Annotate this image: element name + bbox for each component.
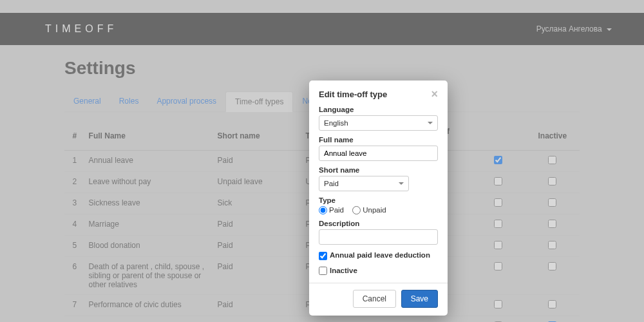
label-type: Type (319, 196, 438, 204)
chevron-down-icon (428, 122, 433, 124)
label-shortname: Short name (319, 166, 438, 174)
checkbox-inactive[interactable]: Inactive (319, 267, 357, 274)
description-input[interactable] (319, 229, 438, 245)
label-fullname: Full name (319, 136, 438, 144)
shortname-select[interactable]: Paid (319, 176, 409, 191)
edit-timeoff-modal: Edit time-off type × Language English Fu… (309, 80, 448, 316)
save-button[interactable]: Save (401, 290, 438, 308)
language-select[interactable]: English (319, 115, 438, 131)
close-icon[interactable]: × (431, 88, 438, 100)
radio-unpaid[interactable]: Unpaid (352, 206, 386, 214)
fullname-input[interactable] (319, 146, 438, 161)
label-description: Description (319, 220, 438, 227)
label-language: Language (319, 106, 438, 113)
modal-title: Edit time-off type (319, 90, 387, 99)
checkbox-deduction[interactable]: Annual paid leave deduction (319, 251, 430, 259)
cancel-button[interactable]: Cancel (353, 290, 396, 308)
chevron-down-icon (399, 182, 404, 185)
radio-paid[interactable]: Paid (319, 206, 344, 214)
